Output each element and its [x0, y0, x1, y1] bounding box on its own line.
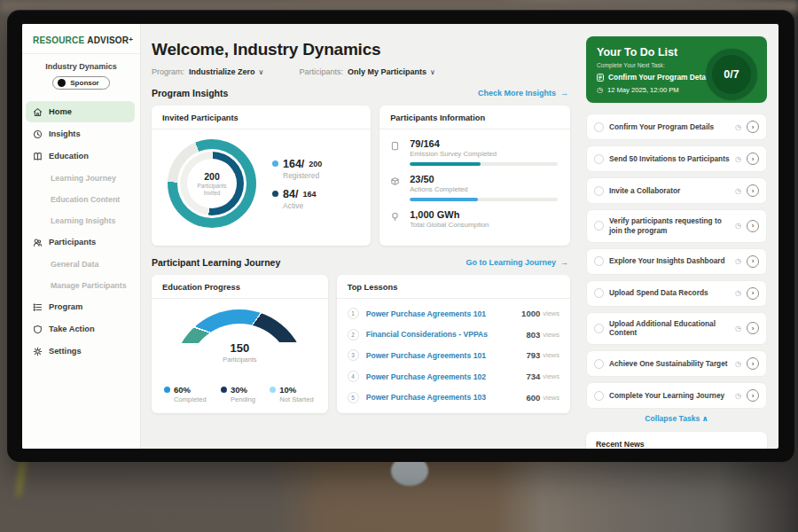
sidebar-item-education-content[interactable]: Education Content — [26, 189, 135, 209]
task-row[interactable]: Invite a Collaborator ◷ › — [586, 177, 767, 204]
chevron-right-icon: › — [752, 360, 755, 368]
task-checkbox[interactable] — [594, 256, 604, 266]
lesson-title-link[interactable]: Power Purchase Agreements 102 — [366, 372, 527, 381]
task-chevron-button[interactable]: › — [747, 287, 759, 300]
task-chevron-button[interactable]: › — [747, 357, 759, 370]
sidebar-item-program[interactable]: Program — [26, 296, 135, 317]
task-chevron-button[interactable]: › — [747, 255, 759, 268]
participants-filter[interactable]: Participants:Only My Participants∨ — [299, 67, 434, 76]
lesson-views: 600 — [526, 393, 540, 403]
legend-item-not-started: 10% Not Started — [270, 385, 313, 403]
check-more-insights-link[interactable]: Check More Insights → — [478, 89, 568, 98]
card-title: Participants Information — [379, 106, 570, 129]
invited-donut-chart: 200 Participants Invited — [168, 139, 256, 228]
task-row[interactable]: Complete Your Learning Journey ◷ › — [586, 382, 767, 409]
task-chevron-button[interactable]: › — [747, 184, 759, 197]
sidebar-item-home[interactable]: Home — [26, 101, 135, 122]
todo-progress-value: 0/7 — [724, 68, 739, 81]
sidebar-item-learning-journey[interactable]: Learning Journey — [26, 168, 135, 188]
task-row[interactable]: Explore Your Insights Dashboard ◷ › — [586, 248, 767, 275]
task-chevron-button[interactable]: › — [747, 121, 759, 133]
task-chevron-button[interactable]: › — [747, 153, 759, 165]
lesson-row: 4 Power Purchase Agreements 102 734 view… — [348, 366, 559, 387]
chevron-down-icon: ∨ — [259, 68, 264, 76]
go-to-learning-journey-link[interactable]: Go to Learning Journey → — [466, 258, 568, 267]
legend-pct: 30% — [231, 385, 247, 395]
task-row[interactable]: Verify participants requesting to join t… — [586, 209, 767, 243]
legend-dot — [164, 387, 170, 393]
task-row[interactable]: Upload Spend Data Records ◷ › — [586, 280, 767, 307]
gauge-legend: 60% Completed 30% Pending 10% Not Starte… — [152, 376, 328, 403]
chevron-down-icon: ∨ — [430, 68, 435, 76]
task-label: Confirm Your Program Details — [609, 122, 730, 132]
sidebar-item-take-action[interactable]: Take Action — [26, 318, 135, 340]
task-row[interactable]: Send 50 Invitations to Participants ◷ › — [586, 145, 767, 172]
lesson-rank: 2 — [348, 329, 359, 340]
task-checkbox[interactable] — [594, 122, 604, 132]
donut-center-label: Participants Invited — [192, 183, 232, 197]
stat-row-actions: 23/50 Actions Completed — [390, 174, 558, 201]
task-checkbox[interactable] — [594, 359, 604, 369]
chevron-right-icon: › — [752, 123, 755, 131]
sidebar-item-label: Learning Insights — [51, 216, 115, 225]
lesson-views-unit: views — [543, 372, 559, 380]
sidebar-item-participants[interactable]: Participants — [26, 231, 135, 253]
sidebar-item-education[interactable]: Education — [26, 145, 135, 167]
learning-journey-header: Participant Learning Journey Go to Learn… — [152, 257, 568, 268]
sidebar-item-insights[interactable]: Insights — [26, 123, 135, 145]
task-checkbox[interactable] — [594, 154, 604, 164]
collapse-tasks-link[interactable]: Collapse Tasks ∧ — [586, 414, 767, 423]
task-chevron-button[interactable]: › — [747, 389, 759, 402]
task-label: Upload Spend Data Records — [609, 288, 730, 298]
task-checkbox[interactable] — [594, 288, 604, 298]
sidebar-item-settings[interactable]: Settings — [26, 340, 135, 362]
clock-icon: ◷ — [735, 123, 741, 131]
lesson-views-unit: views — [543, 309, 559, 317]
lesson-row: 2 Financial Considerations - VPPAs 803 v… — [348, 325, 559, 346]
legend-label: Active — [283, 201, 322, 210]
stat-label: Total Global Consumption — [410, 221, 558, 229]
task-checkbox[interactable] — [594, 391, 604, 401]
lesson-title-link[interactable]: Financial Considerations - VPPAs — [366, 330, 527, 339]
task-chevron-button[interactable]: › — [747, 322, 759, 334]
participants-information-card: Participants Information 79/164 Emission… — [379, 106, 570, 246]
sidebar-item-manage-participants[interactable]: Manage Participants — [26, 275, 135, 295]
progress-bar-fill — [410, 198, 478, 201]
lesson-row: 1 Power Purchase Agreements 101 1000 vie… — [348, 303, 559, 325]
lesson-title-link[interactable]: Power Purchase Agreements 101 — [366, 309, 521, 318]
logo-text-advisor: ADVISOR — [87, 35, 129, 45]
lesson-views: 793 — [526, 350, 540, 360]
education-gauge-chart: 150 Participants — [173, 309, 306, 376]
sidebar-item-general-data[interactable]: General Data — [26, 254, 135, 274]
task-row[interactable]: Confirm Your Program Details ◷ › — [586, 113, 767, 140]
todo-next-task: Confirm Your Program Details — [608, 73, 714, 82]
recent-news-title: Recent News — [596, 440, 757, 449]
legend-item-registered: 164/200 Registered — [272, 158, 322, 180]
task-chevron-button[interactable]: › — [747, 220, 759, 232]
lesson-rank: 1 — [348, 308, 359, 319]
clock-icon: ◷ — [735, 222, 741, 230]
task-label: Complete Your Learning Journey — [609, 391, 730, 401]
program-filter[interactable]: Program:Industrialize Zero∨ — [152, 67, 263, 76]
sidebar-item-label: Education Content — [51, 195, 120, 204]
sponsor-badge[interactable]: Sponsor — [52, 76, 109, 90]
gear-icon — [33, 347, 43, 356]
task-checkbox[interactable] — [594, 186, 604, 196]
legend-dot — [221, 387, 227, 393]
task-label: Achieve One Sustainability Target — [609, 359, 730, 369]
lesson-rank: 4 — [348, 371, 359, 382]
participants-filter-value: Only My Participants — [348, 67, 426, 76]
lesson-views: 803 — [526, 330, 540, 340]
sponsor-badge-icon — [58, 79, 66, 87]
list-icon — [33, 302, 43, 312]
task-checkbox[interactable] — [594, 324, 604, 333]
participants-filter-label: Participants: — [299, 67, 343, 76]
task-row[interactable]: Achieve One Sustainability Target ◷ › — [586, 350, 767, 377]
lesson-title-link[interactable]: Power Purchase Agreements 101 — [366, 351, 527, 360]
task-row[interactable]: Upload Additional Educational Content ◷ … — [586, 312, 767, 346]
people-icon — [33, 238, 43, 247]
app-logo[interactable]: RESOURCEADVISOR+ — [22, 24, 140, 54]
lesson-title-link[interactable]: Power Purchase Agreements 103 — [366, 393, 527, 402]
task-checkbox[interactable] — [594, 221, 604, 231]
sidebar-item-learning-insights[interactable]: Learning Insights — [26, 210, 135, 231]
